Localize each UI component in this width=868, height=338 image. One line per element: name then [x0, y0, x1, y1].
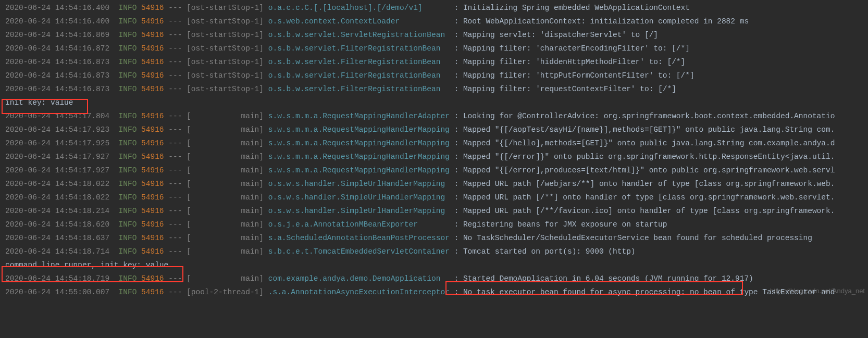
separator-dash: --- [168, 139, 182, 147]
log-line: 2020-06-24 14:54:17.927 INFO 54916 --- [… [5, 150, 868, 164]
thread-name: [ main] [187, 220, 264, 229]
thread-name: [ost-startStop-1] [187, 71, 264, 80]
colon-separator: : [450, 31, 463, 39]
separator-dash: --- [168, 207, 182, 215]
log-message: Mapped "{[/hello],methods=[GET]}" onto p… [463, 139, 835, 147]
log-level: INFO [119, 166, 137, 174]
log-line: 2020-06-24 14:54:17.927 INFO 54916 --- [… [5, 164, 868, 177]
thread-name: [ost-startStop-1] [187, 85, 264, 93]
separator-dash: --- [168, 288, 182, 296]
thread-name: [ main] [187, 247, 264, 256]
log-message: Started DemoApplication in 6.04 seconds … [463, 274, 753, 283]
colon-separator: : [450, 247, 463, 256]
colon-separator: : [450, 288, 463, 296]
stdout-line: command line runner, init key: value [5, 258, 868, 272]
separator-dash: --- [168, 220, 182, 229]
logger-name: s.w.s.m.m.a.RequestMappingHandlerMapping [268, 153, 450, 161]
timestamp: 2020-06-24 14:54:16.400 [5, 17, 109, 26]
logger-name: com.example.andya.demo.DemoApplication [268, 274, 450, 283]
thread-name: [ost-startStop-1] [187, 4, 264, 12]
process-id: 54916 [141, 193, 164, 202]
log-line: 2020-06-24 14:54:18.214 INFO 54916 --- [… [5, 204, 868, 218]
log-level: INFO [119, 220, 137, 229]
separator-dash: --- [168, 274, 182, 283]
log-message: Mapped "{[/error],produces=[text/html]}"… [463, 166, 835, 174]
log-message: Mapping filter: 'hiddenHttpMethodFilter'… [463, 58, 685, 66]
log-message: Mapped URL path [/**/favicon.ico] onto h… [463, 207, 835, 215]
separator-dash: --- [168, 58, 182, 66]
separator-dash: --- [168, 44, 182, 53]
timestamp: 2020-06-24 14:54:18.719 [5, 274, 109, 283]
thread-name: [ main] [187, 153, 264, 161]
colon-separator: : [450, 126, 463, 134]
logger-name: s.b.c.e.t.TomcatEmbeddedServletContainer [268, 247, 450, 256]
logger-name: o.s.b.w.servlet.FilterRegistrationBean [268, 44, 450, 53]
log-level: INFO [119, 17, 137, 26]
log-line: 2020-06-24 14:55:00.007 INFO 54916 --- [… [5, 285, 868, 299]
thread-name: [ main] [187, 193, 264, 202]
logger-name: s.w.s.m.m.a.RequestMappingHandlerMapping [268, 126, 450, 134]
log-message: Mapped URL path [/**] onto handler of ty… [463, 193, 835, 202]
log-level: INFO [119, 58, 137, 66]
thread-name: [ost-startStop-1] [187, 44, 264, 53]
process-id: 54916 [141, 85, 164, 93]
thread-name: [ost-startStop-1] [187, 17, 264, 26]
colon-separator: : [450, 58, 463, 66]
log-message: Mapping servlet: 'dispatcherServlet' to … [463, 31, 658, 39]
timestamp: 2020-06-24 14:54:17.927 [5, 153, 109, 161]
timestamp: 2020-06-24 14:54:18.620 [5, 220, 109, 229]
log-message: Registering beans for JMX exposure on st… [463, 220, 667, 229]
colon-separator: : [450, 17, 463, 26]
timestamp: 2020-06-24 14:54:16.869 [5, 31, 109, 39]
separator-dash: --- [168, 4, 182, 12]
separator-dash: --- [168, 180, 182, 188]
log-level: INFO [119, 247, 137, 256]
process-id: 54916 [141, 58, 164, 66]
process-id: 54916 [141, 139, 164, 147]
process-id: 54916 [141, 44, 164, 53]
logger-name: o.s.b.w.servlet.FilterRegistrationBean [268, 71, 450, 80]
log-level: INFO [119, 112, 137, 120]
timestamp: 2020-06-24 14:54:18.637 [5, 234, 109, 242]
log-level: INFO [119, 153, 137, 161]
log-message: Root WebApplicationContext: initializati… [463, 17, 749, 26]
log-level: INFO [119, 44, 137, 53]
log-message: Mapped URL path [/webjars/**] onto handl… [463, 180, 835, 188]
logger-name: .s.a.AnnotationAsyncExecutionInterceptor [268, 288, 450, 296]
colon-separator: : [450, 234, 463, 242]
separator-dash: --- [168, 85, 182, 93]
process-id: 54916 [141, 112, 164, 120]
log-message: Mapping filter: 'requestContextFilter' t… [463, 85, 676, 93]
log-line: 2020-06-24 14:54:16.873 INFO 54916 --- [… [5, 69, 868, 82]
log-level: INFO [119, 207, 137, 215]
process-id: 54916 [141, 180, 164, 188]
separator-dash: --- [168, 112, 182, 120]
log-line: 2020-06-24 14:54:16.400 INFO 54916 --- [… [5, 1, 868, 15]
timestamp: 2020-06-24 14:54:17.927 [5, 166, 109, 174]
thread-name: [ main] [187, 234, 264, 242]
thread-name: [ main] [187, 139, 264, 147]
process-id: 54916 [141, 220, 164, 229]
colon-separator: : [450, 4, 463, 12]
log-line: 2020-06-24 14:54:17.923 INFO 54916 --- [… [5, 123, 868, 136]
timestamp: 2020-06-24 14:54:17.804 [5, 112, 109, 120]
logger-name: s.w.s.m.m.a.RequestMappingHandlerAdapter [268, 112, 450, 120]
logger-name: o.s.web.context.ContextLoader [268, 17, 450, 26]
process-id: 54916 [141, 31, 164, 39]
logger-name: o.s.j.e.a.AnnotationMBeanExporter [268, 220, 450, 229]
separator-dash: --- [168, 31, 182, 39]
log-line: 2020-06-24 14:54:18.714 INFO 54916 --- [… [5, 245, 868, 258]
separator-dash: --- [168, 166, 182, 174]
log-line: 2020-06-24 14:54:17.925 INFO 54916 --- [… [5, 136, 868, 150]
colon-separator: : [450, 85, 463, 93]
log-line: 2020-06-24 14:54:17.804 INFO 54916 --- [… [5, 109, 868, 123]
console-log-output[interactable]: 2020-06-24 14:54:16.400 INFO 54916 --- [… [0, 0, 868, 299]
separator-dash: --- [168, 234, 182, 242]
logger-name: o.s.b.w.servlet.FilterRegistrationBean [268, 58, 450, 66]
timestamp: 2020-06-24 14:54:16.400 [5, 4, 109, 12]
logger-name: s.w.s.m.m.a.RequestMappingHandlerMapping [268, 166, 450, 174]
colon-separator: : [450, 207, 463, 215]
process-id: 54916 [141, 4, 164, 12]
log-message: No TaskScheduler/ScheduledExecutorServic… [463, 234, 812, 242]
log-level: INFO [119, 288, 137, 296]
